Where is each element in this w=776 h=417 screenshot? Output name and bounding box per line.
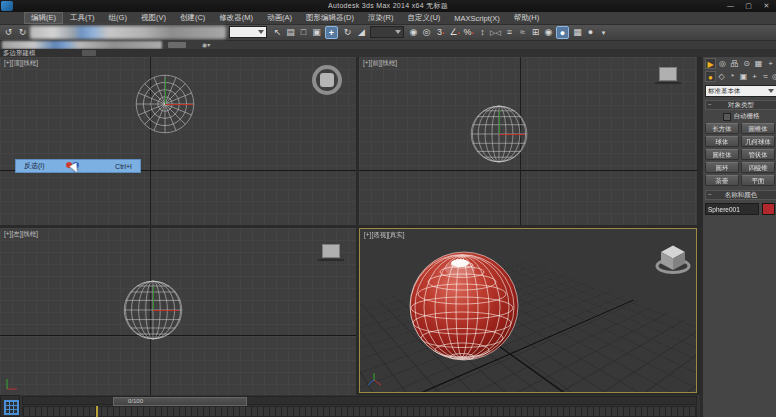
primitive-type-dropdown[interactable]: 标准基本体 bbox=[705, 85, 776, 97]
menu-item-help[interactable]: 帮助(H) bbox=[507, 12, 546, 24]
use-center-icon[interactable]: ◉ bbox=[407, 26, 420, 39]
schematic-view-icon[interactable]: ⊞ bbox=[529, 26, 542, 39]
tab-create-icon[interactable]: ▶ bbox=[705, 58, 716, 69]
primitive-button-geosphere[interactable]: 几何球体 bbox=[741, 136, 775, 147]
percent-snap-icon[interactable]: %▪ bbox=[462, 26, 475, 39]
spinner-snap-icon[interactable]: ↕ bbox=[476, 26, 489, 39]
primitive-button-cylinder[interactable]: 圆柱体 bbox=[705, 149, 739, 160]
coord-system-dropdown[interactable] bbox=[370, 26, 404, 38]
render-production-icon[interactable]: ● bbox=[584, 26, 597, 39]
viewport-perspective[interactable]: [+][透视][真实] bbox=[359, 228, 697, 393]
menu-item-group[interactable]: 组(G) bbox=[102, 12, 134, 24]
category-shapes-icon[interactable]: ◇ bbox=[716, 71, 727, 82]
close-button[interactable]: ✕ bbox=[758, 0, 775, 11]
primitive-button-torus[interactable]: 圆环 bbox=[705, 162, 739, 173]
angle-snap-icon[interactable]: ∠▪ bbox=[448, 26, 461, 39]
menu-item-maxscript[interactable]: MAXScript(X) bbox=[447, 13, 506, 24]
select-by-name-icon[interactable]: ▤ bbox=[284, 26, 297, 39]
select-move-icon[interactable]: + bbox=[325, 26, 338, 39]
select-manipulate-icon[interactable]: ◎ bbox=[420, 26, 433, 39]
align-icon[interactable]: ≡ bbox=[503, 26, 516, 39]
category-cameras-icon[interactable]: ▣ bbox=[738, 71, 749, 82]
menu-item-create[interactable]: 创建(C) bbox=[173, 12, 212, 24]
autogrid-row: 自动栅格 bbox=[705, 112, 776, 121]
window-crossing-icon[interactable]: ▣ bbox=[310, 26, 323, 39]
viewcube-icon[interactable] bbox=[322, 244, 340, 258]
axis-tripod-icon bbox=[4, 376, 20, 392]
time-slider[interactable]: 0/100 bbox=[22, 396, 697, 405]
select-rotate-icon[interactable]: ↻ bbox=[341, 26, 354, 39]
context-menu-item-select-invert[interactable]: 反选(I) Ctrl+I bbox=[15, 159, 141, 173]
primitive-button-box[interactable]: 长方体 bbox=[705, 123, 739, 134]
object-type-rollout[interactable]: 对象类型 bbox=[705, 100, 776, 110]
material-editor-icon[interactable]: ◉ bbox=[542, 26, 555, 39]
menu-item-tools[interactable]: 工具(T) bbox=[63, 12, 102, 24]
mini-curve-editor-button[interactable] bbox=[0, 395, 20, 417]
render-flyout-caret-icon[interactable]: ▾ bbox=[597, 26, 610, 39]
menu-item-modifiers[interactable]: 修改器(M) bbox=[212, 12, 260, 24]
viewcube-icon[interactable] bbox=[652, 239, 694, 277]
primitive-button-sphere[interactable]: 球体 bbox=[705, 136, 739, 147]
gizmo-y-axis[interactable] bbox=[153, 286, 154, 310]
mirror-icon[interactable]: ▷◁ bbox=[489, 26, 502, 39]
ribbon-tab-chip[interactable] bbox=[168, 42, 186, 48]
curve-editor-icon[interactable]: ≈ bbox=[516, 26, 529, 39]
current-frame-marker[interactable] bbox=[96, 406, 98, 417]
viewport-top-label[interactable]: [+][顶][线框] bbox=[4, 59, 38, 68]
ribbon-panel-chip[interactable] bbox=[82, 50, 96, 56]
primitive-button-pyramid[interactable]: 四棱锥 bbox=[741, 162, 775, 173]
menu-item-graph-editors[interactable]: 图形编辑器(D) bbox=[299, 12, 361, 24]
menu-item-customize[interactable]: 自定义(U) bbox=[400, 12, 447, 24]
3dsmax-window: Autodesk 3ds Max 2014 x64 无标题 — ▢ ✕ 编辑(E… bbox=[0, 0, 776, 417]
primitive-button-cone[interactable]: 圆锥体 bbox=[741, 123, 775, 134]
redo-icon[interactable]: ↻ bbox=[16, 26, 29, 39]
gizmo-y-axis[interactable] bbox=[499, 110, 500, 134]
viewcube-icon[interactable] bbox=[659, 67, 677, 81]
menu-item-views[interactable]: 视图(V) bbox=[134, 12, 173, 24]
selection-filter-dropdown[interactable] bbox=[229, 26, 267, 38]
minimize-button[interactable]: — bbox=[722, 0, 739, 11]
menu-item-animation[interactable]: 动画(A) bbox=[260, 12, 299, 24]
ribbon-minimize-toggle-icon[interactable]: ◉▾ bbox=[202, 41, 210, 48]
viewcube-icon[interactable] bbox=[312, 65, 342, 95]
primitive-button-teapot[interactable]: 茶壶 bbox=[705, 175, 739, 186]
gizmo-x-axis[interactable] bbox=[153, 310, 179, 311]
menu-item-rendering[interactable]: 渲染(R) bbox=[361, 12, 400, 24]
category-geometry-icon[interactable]: ● bbox=[705, 71, 716, 82]
time-slider-handle[interactable]: 0/100 bbox=[113, 397, 247, 406]
select-object-icon[interactable]: ↖ bbox=[271, 26, 284, 39]
viewport-top[interactable]: [+][顶][线框] bbox=[0, 57, 356, 225]
viewport-left-label[interactable]: [+][左][线框] bbox=[4, 230, 38, 239]
viewport-front[interactable]: [+][前][线框] bbox=[359, 57, 697, 225]
name-color-rollout[interactable]: 名称和颜色 bbox=[705, 190, 776, 200]
primitive-button-tube[interactable]: 管状体 bbox=[741, 149, 775, 160]
tab-modify-icon[interactable]: ◎ bbox=[717, 58, 728, 69]
viewport-perspective-label[interactable]: [+][透视][真实] bbox=[364, 231, 405, 240]
undo-icon[interactable]: ↺ bbox=[2, 26, 15, 39]
object-name-input[interactable] bbox=[705, 203, 759, 215]
tab-utilities-icon[interactable]: + bbox=[765, 58, 776, 69]
render-setup-icon[interactable]: ● bbox=[556, 26, 569, 39]
menu-item-edit[interactable]: 编辑(E) bbox=[24, 12, 63, 24]
category-helpers-icon[interactable]: + bbox=[749, 71, 760, 82]
autogrid-checkbox[interactable] bbox=[723, 113, 731, 121]
object-color-swatch[interactable] bbox=[762, 203, 775, 215]
tab-hierarchy-icon[interactable]: 品 bbox=[729, 58, 740, 69]
category-systems-icon[interactable]: ◎ bbox=[770, 71, 776, 82]
primitive-button-plane[interactable]: 平面 bbox=[741, 175, 775, 186]
viewport-front-label[interactable]: [+][前][线框] bbox=[363, 59, 397, 68]
gizmo-y-axis[interactable] bbox=[165, 78, 166, 104]
snap-toggle-icon[interactable]: 3▪ bbox=[434, 26, 447, 39]
category-lights-icon[interactable]: * bbox=[727, 71, 738, 82]
viewport-left[interactable]: [+][左][线框] bbox=[0, 228, 356, 395]
tab-display-icon[interactable]: ▦ bbox=[753, 58, 764, 69]
tab-motion-icon[interactable]: ⊙ bbox=[741, 58, 752, 69]
gizmo-x-axis[interactable] bbox=[165, 104, 193, 105]
select-scale-icon[interactable]: ◢ bbox=[355, 26, 368, 39]
maximize-button[interactable]: ▢ bbox=[740, 0, 757, 11]
track-bar[interactable] bbox=[22, 406, 697, 417]
gizmo-x-axis[interactable] bbox=[499, 134, 525, 135]
sphere-shaded-red[interactable] bbox=[404, 244, 524, 364]
rendered-frame-icon[interactable]: ▦ bbox=[571, 26, 584, 39]
selection-region-icon[interactable]: □ bbox=[297, 26, 310, 39]
